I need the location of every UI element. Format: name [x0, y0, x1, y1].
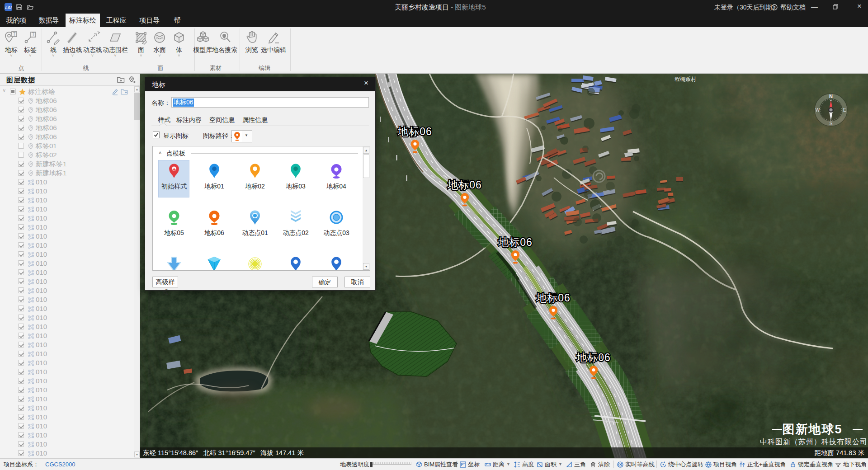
svg-text:S: S — [830, 121, 833, 126]
svg-text:地标06: 地标06 — [447, 179, 482, 191]
svg-text:?: ? — [773, 5, 776, 10]
svg-text:地标06: 地标06 — [397, 126, 432, 137]
svg-text:N: N — [829, 94, 833, 99]
svg-text:T: T — [32, 32, 34, 37]
svg-text:W: W — [816, 108, 820, 113]
svg-text:图新地球5: 图新地球5 — [782, 423, 842, 436]
svg-text:地标06: 地标06 — [498, 236, 533, 248]
svg-text:程棚贩村: 程棚贩村 — [675, 76, 696, 82]
svg-text:中科图新（苏州）科技有限公司: 中科图新（苏州）科技有限公司 — [760, 438, 868, 446]
svg-text:T: T — [13, 32, 15, 37]
svg-text:距地面 741.83 米: 距地面 741.83 米 — [815, 449, 865, 456]
svg-text:地标06: 地标06 — [536, 292, 571, 304]
svg-text:LSI: LSI — [5, 5, 12, 10]
svg-text:E: E — [843, 108, 846, 113]
svg-text:N: N — [741, 461, 742, 464]
svg-text:地标06: 地标06 — [576, 352, 611, 363]
svg-text:东经 115°15′48.86″ 北纬 31°16′59.: 东经 115°15′48.86″ 北纬 31°16′59.47″ 海拔 147.… — [143, 449, 304, 456]
